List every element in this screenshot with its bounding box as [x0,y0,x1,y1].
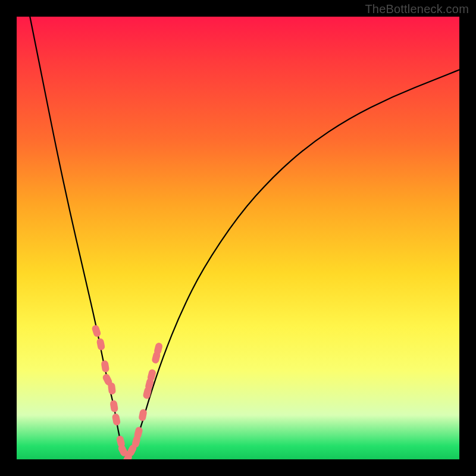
marker-pill [101,360,109,373]
marker-pill [112,413,121,426]
marker-pill [96,338,106,351]
curve-line [30,17,459,457]
chart-frame [17,17,459,459]
highlighted-markers [91,324,163,459]
watermark-text: TheBottleneck.com [365,2,469,16]
marker-pill [108,382,116,394]
chart-svg [17,17,459,459]
marker-pill [109,400,118,413]
marker-pill [91,324,102,338]
bottleneck-curve [30,17,459,457]
